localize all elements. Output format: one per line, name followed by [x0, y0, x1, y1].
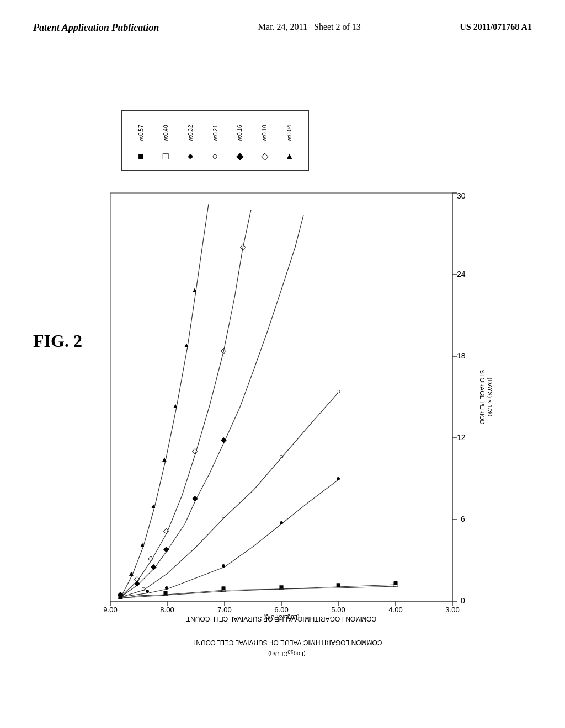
- y-tick-30: 30: [457, 191, 466, 200]
- x-axis-subtitle-text: (Log10CFU/g): [268, 649, 306, 657]
- series-w032-pt3: ●: [164, 583, 169, 592]
- series-w021-pt2: ○: [141, 584, 146, 593]
- legend-label-w032: w:0.32: [178, 119, 203, 147]
- series-w010-pt6: ◇: [221, 346, 227, 355]
- sheet-info: Sheet 2 of 13: [314, 22, 361, 31]
- page-header: Patent Application Publication Mar. 24, …: [0, 22, 565, 34]
- series-w032-pt6: ●: [336, 474, 340, 483]
- series-w016-pt3: ◆: [151, 562, 157, 571]
- series-w004-pt3: ▲: [139, 540, 146, 549]
- series-w032-line: [122, 480, 338, 597]
- x-tick-5: 5.00: [331, 606, 345, 614]
- legend-box: w:0.57 w:0.40 w:0.32 w:0.21 w:0.16 w:0.1…: [121, 110, 309, 171]
- series-w040-pt3: □: [221, 585, 226, 593]
- chart-container: w:0.57 w:0.40 w:0.32 w:0.21 w:0.16 w:0.1…: [77, 110, 530, 651]
- legend-label-w021: w:0.21: [203, 119, 228, 147]
- x-tick-8: 8.00: [160, 606, 174, 614]
- y-tick-18: 18: [457, 351, 466, 360]
- series-w004-pt5: ▲: [161, 455, 168, 463]
- series-w016-pt4: ◆: [163, 544, 169, 553]
- series-w021-pt5: ○: [336, 387, 340, 395]
- series-w021-pt4: ○: [279, 452, 284, 461]
- publication-date: Mar. 24, 2011: [258, 22, 307, 31]
- legend-symbol-w010: ◇: [252, 150, 277, 162]
- x-tick-3: 3.00: [445, 606, 459, 614]
- x-axis-label-area: COMMON LOGARITHMIC VALUE OF SURVIVAL CEL…: [77, 637, 497, 657]
- series-w010-line: [122, 210, 251, 596]
- legend-label-w040: w:0.40: [153, 119, 178, 147]
- series-w004-pt2: ▲: [128, 569, 135, 577]
- series-w032-pt4: ●: [221, 561, 226, 570]
- figure-label: FIG. 2: [33, 331, 82, 351]
- series-w004-line: [122, 204, 209, 595]
- series-w021-pt3: ○: [221, 511, 226, 520]
- legend-symbol-w016: ◆: [227, 150, 252, 162]
- y-axis-subtitle: (DAYS) × 1/30: [487, 378, 493, 416]
- publication-title: Patent Application Publication: [33, 22, 159, 34]
- series-w010-pt4: ◇: [163, 526, 169, 535]
- series-w010-pt7: ◇: [240, 242, 246, 251]
- y-tick-6: 6: [461, 515, 465, 523]
- series-w040-pt4: □: [279, 582, 284, 591]
- series-w010-pt3: ◇: [148, 554, 154, 563]
- legend-symbol-w040: □: [153, 151, 178, 162]
- publication-date-sheet: Mar. 24, 2011 Sheet 2 of 13: [258, 22, 361, 32]
- series-w004-pt8: ▲: [191, 286, 199, 294]
- x-axis-subtitle: (Log₁₀CFU/g): [263, 614, 299, 621]
- legend-symbol-w032: ●: [178, 151, 203, 162]
- chart-svg: 0 6 12 18 24 30 STORAGE PERIOD (DAYS) × …: [77, 182, 497, 634]
- y-axis-title: STORAGE PERIOD: [479, 370, 486, 425]
- y-tick-24: 24: [457, 270, 466, 279]
- legend-label-w010: w:0.10: [252, 119, 277, 147]
- series-w032-pt5: ●: [279, 518, 284, 527]
- series-w010-pt5: ◇: [192, 446, 198, 455]
- series-w016-pt6: ◆: [221, 435, 227, 444]
- series-w004-pt7: ▲: [183, 341, 190, 349]
- y-tick-0: 0: [461, 596, 465, 605]
- y-tick-12: 12: [457, 433, 466, 442]
- series-w004-pt4: ▲: [150, 502, 157, 510]
- series-w004-pt1: ▲: [117, 590, 124, 598]
- legend-symbol-w004: ▲: [277, 151, 302, 161]
- legend-symbol-w057: ■: [129, 151, 153, 162]
- legend-symbol-w021: ○: [203, 151, 228, 162]
- series-w016-pt5: ◆: [192, 494, 198, 502]
- x-tick-4: 4.00: [388, 606, 402, 614]
- x-tick-9: 9.00: [103, 606, 117, 614]
- legend-label-w057: w:0.57: [129, 119, 153, 147]
- publication-number: US 2011/071768 A1: [460, 22, 532, 32]
- legend-label-w016: w:0.16: [227, 119, 252, 147]
- x-tick-6: 6.00: [274, 606, 288, 614]
- series-w004-pt6: ▲: [172, 402, 179, 410]
- legend-label-w004: w:0.04: [277, 119, 302, 147]
- x-tick-7: 7.00: [217, 606, 231, 614]
- series-w016-line: [122, 215, 303, 596]
- x-axis-title-text: COMMON LOGARITHMIC VALUE OF SURVIVAL CEL…: [192, 639, 382, 646]
- series-w040-pt5: □: [393, 580, 398, 588]
